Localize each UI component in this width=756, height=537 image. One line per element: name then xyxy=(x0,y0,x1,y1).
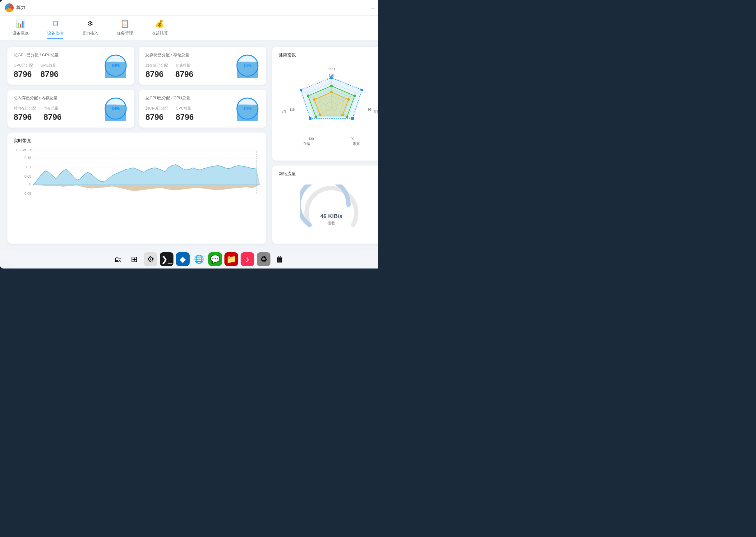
memory-gauge: 34% xyxy=(103,96,128,121)
svg-point-70 xyxy=(313,98,316,101)
logo-icon xyxy=(5,3,14,12)
svg-text:接收: 接收 xyxy=(327,221,335,225)
svg-rect-58 xyxy=(300,89,302,91)
svg-point-64 xyxy=(307,95,309,97)
svg-text:0: 0 xyxy=(29,183,31,186)
cpu-allocated-label: 总CPU已分配 xyxy=(145,106,168,111)
gpu-metric-info: 总GPU已分配 / GPU总量 GPU已分配 8796 GPU总量 8796 xyxy=(14,52,98,79)
dock-music[interactable]: ♪ xyxy=(241,252,254,266)
gpu-metric-values: GPU已分配 8796 GPU总量 8796 xyxy=(14,63,98,79)
svg-rect-57 xyxy=(309,117,312,120)
svg-text:0.15: 0.15 xyxy=(24,156,31,160)
memory-metric-info: 总内存已分配 / 内存总量 总内存已分配 8796 内存总量 8796 xyxy=(14,95,98,122)
dock-launchpad[interactable]: ⊞ xyxy=(128,252,141,266)
storage-total-value: 8796 xyxy=(175,69,193,79)
nav-label-income: 收益结算 xyxy=(152,30,168,36)
svg-rect-56 xyxy=(351,117,354,120)
dock-wechat[interactable]: 💬 xyxy=(208,252,222,266)
memory-allocated-label: 总内存已分配 xyxy=(14,106,36,111)
memory-total-value: 8796 xyxy=(44,112,61,122)
nav-label-compute: 算力接入 xyxy=(82,30,98,36)
network-gauge-chart: 46 KIB/s 接收 xyxy=(300,185,362,234)
dock-terminal[interactable]: ❯_ xyxy=(160,252,173,266)
svg-text:99: 99 xyxy=(368,108,372,111)
svg-text:0.2 MBI/s: 0.2 MBI/s xyxy=(17,148,31,152)
nav-label-task: 任务管理 xyxy=(117,30,133,36)
cpu-metric-title: 总CPU已分配 / CPU总量 xyxy=(145,95,230,101)
bandwidth-chart-area: 0.2 MBI/s 0.15 0.1 0.05 0 -0.05 xyxy=(14,147,260,197)
svg-text:118: 118 xyxy=(289,108,295,111)
nav-item-monitor[interactable]: 🖥 设备监控 xyxy=(47,19,63,37)
svg-text:34%: 34% xyxy=(244,106,251,111)
gpu-allocated-value: 8796 xyxy=(14,69,33,79)
metric-row-1: 总GPU已分配 / GPU总量 GPU已分配 8796 GPU总量 8796 xyxy=(8,47,266,85)
dock-app9[interactable]: ♻ xyxy=(257,252,270,266)
svg-rect-55 xyxy=(360,89,363,91)
svg-text:带宽: 带宽 xyxy=(353,142,359,145)
storage-gauge: 34% xyxy=(235,53,260,78)
gpu-allocated-item: GPU已分配 8796 xyxy=(14,63,33,79)
svg-text:0.05: 0.05 xyxy=(24,175,31,178)
network-title: 网络流量 xyxy=(279,171,378,177)
window-controls: — ❐ ✕ xyxy=(370,5,378,10)
svg-text:0.1: 0.1 xyxy=(26,166,31,169)
svg-text:GPU: GPU xyxy=(328,67,335,71)
cpu-total-label: CPU总量 xyxy=(176,106,194,111)
app-window: 算力 — ❐ ✕ 📊 设备概览 🖥 设备监控 ❄ 算力接入 📋 任务管理 💰 收… xyxy=(0,0,378,268)
memory-total-item: 内存总量 8796 xyxy=(44,106,61,122)
minimize-button[interactable]: — xyxy=(370,5,375,10)
storage-metric-values: 总存储已分配 8796 存储总量 8796 xyxy=(145,63,230,79)
nav-item-compute[interactable]: ❄ 算力接入 xyxy=(82,19,98,37)
gpu-metric-card: 总GPU已分配 / GPU总量 GPU已分配 8796 GPU总量 8796 xyxy=(8,47,134,85)
dock-finder[interactable]: 🗂 xyxy=(111,252,125,266)
dock-settings[interactable]: ⚙ xyxy=(144,252,157,266)
app-title: 算力 xyxy=(16,5,25,11)
gpu-total-label: GPU总量 xyxy=(40,63,58,68)
app-logo: 算力 xyxy=(5,3,25,12)
gpu-metric-title: 总GPU已分配 / GPU总量 xyxy=(14,52,98,58)
radar-chart: GPU 存储 带宽 存储 内存 120 99 100 130 118 xyxy=(282,65,378,152)
dock-trash[interactable]: 🗑 xyxy=(273,252,286,266)
nav-item-income[interactable]: 💰 收益结算 xyxy=(152,19,168,37)
cpu-metric-values: 总CPU已分配 8796 CPU总量 8796 xyxy=(145,106,230,122)
metric-row-2: 总内存已分配 / 内存总量 总内存已分配 8796 内存总量 8796 xyxy=(8,90,266,128)
svg-text:-0.05: -0.05 xyxy=(23,192,31,195)
svg-point-67 xyxy=(347,98,350,101)
svg-text:130: 130 xyxy=(309,137,314,141)
nav-bar: 📊 设备概览 🖥 设备监控 ❄ 算力接入 📋 任务管理 💰 收益结算 🧑 xyxy=(0,16,378,40)
health-card: 健康指数 GPU 存储 带宽 存储 内存 120 99 100 130 xyxy=(272,47,378,161)
storage-allocated-item: 总存储已分配 8796 xyxy=(145,63,168,79)
svg-text:存储: 存储 xyxy=(303,142,310,145)
right-panel: 健康指数 GPU 存储 带宽 存储 内存 120 99 100 130 xyxy=(272,47,378,244)
dock-filezilla[interactable]: 📁 xyxy=(224,252,238,266)
gpu-total-value: 8796 xyxy=(40,69,58,79)
cpu-metric-card: 总CPU已分配 / CPU总量 总CPU已分配 8796 CPU总量 8796 xyxy=(139,90,266,128)
storage-metric-title: 总存储已分配 / 存储总量 xyxy=(145,52,230,58)
storage-allocated-value: 8796 xyxy=(145,69,168,79)
dock-vscode[interactable]: ◆ xyxy=(176,252,190,266)
memory-allocated-item: 总内存已分配 8796 xyxy=(14,106,36,122)
svg-point-63 xyxy=(315,116,317,118)
nav-item-task[interactable]: 📋 任务管理 xyxy=(117,19,133,37)
memory-allocated-value: 8796 xyxy=(14,112,36,122)
cpu-allocated-item: 总CPU已分配 8796 xyxy=(145,106,168,122)
memory-total-label: 内存总量 xyxy=(44,106,61,111)
gpu-allocated-label: GPU已分配 xyxy=(14,63,33,68)
svg-text:46 KIB/s: 46 KIB/s xyxy=(320,213,342,219)
nav-icon-overview: 📊 xyxy=(16,19,25,29)
dock-chrome[interactable]: 🌐 xyxy=(192,252,206,266)
svg-text:内存: 内存 xyxy=(282,110,286,113)
nav-label-monitor: 设备监控 xyxy=(47,30,63,36)
nav-item-overview[interactable]: 📊 设备概览 xyxy=(13,19,29,37)
svg-point-66 xyxy=(330,91,333,93)
health-title: 健康指数 xyxy=(279,52,378,58)
storage-metric-info: 总存储已分配 / 存储总量 总存储已分配 8796 存储总量 8796 xyxy=(145,52,230,79)
storage-allocated-label: 总存储已分配 xyxy=(145,63,168,68)
network-gauge-container: 46 KIB/s 接收 xyxy=(279,181,378,238)
dock: 🗂 ⊞ ⚙ ❯_ ◆ 🌐 💬 📁 ♪ ♻ 🗑 xyxy=(0,250,378,268)
svg-text:34%: 34% xyxy=(112,106,120,111)
nav-icon-compute: ❄ xyxy=(85,19,95,29)
left-panel: 总GPU已分配 / GPU总量 GPU已分配 8796 GPU总量 8796 xyxy=(8,47,266,244)
network-card: 网络流量 46 KIB/s 接收 xyxy=(272,166,378,244)
memory-metric-values: 总内存已分配 8796 内存总量 8796 xyxy=(14,106,98,122)
